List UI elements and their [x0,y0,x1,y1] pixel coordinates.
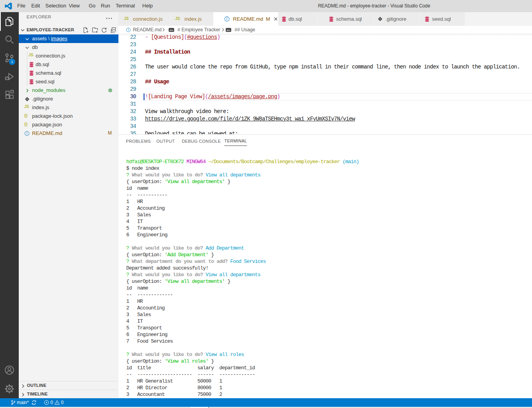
svg-text:abc: abc [170,29,174,31]
svg-text:abc: abc [227,29,231,31]
